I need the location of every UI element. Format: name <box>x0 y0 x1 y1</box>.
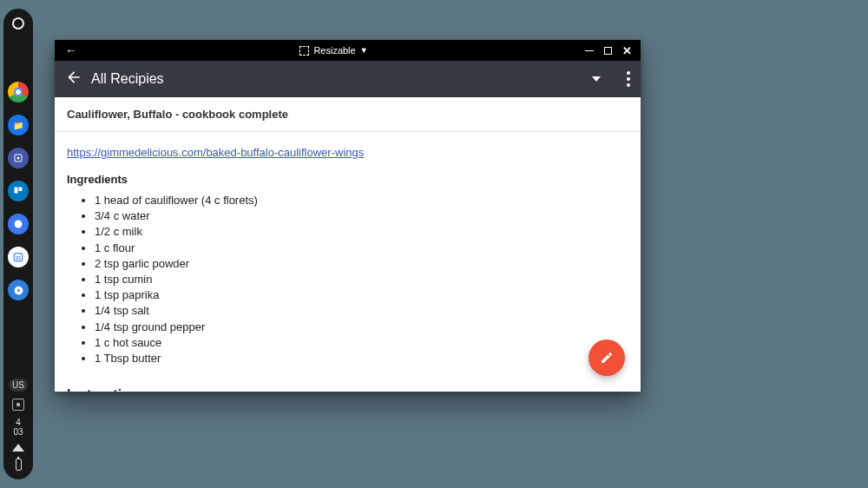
list-item: 1 head of cauliflower (4 c florets) <box>95 193 628 208</box>
recipe-title: Cauliflower, Buffalo - cookbook complete <box>55 97 641 132</box>
instructions-heading: Instructions <box>67 387 628 392</box>
recipe-content[interactable]: https://gimmedelicious.com/baked-buffalo… <box>55 132 641 392</box>
list-item: 1 tsp paprika <box>95 287 628 303</box>
ingredients-heading: Ingredients <box>67 173 628 186</box>
svg-point-1 <box>17 157 20 160</box>
edit-icon <box>600 351 614 365</box>
list-item: 1/4 tsp salt <box>95 303 628 319</box>
titlebar-label: Resizable <box>313 45 355 56</box>
trello-icon[interactable] <box>8 181 29 201</box>
clock-minute: 03 <box>13 427 23 437</box>
list-item: 1/2 c milk <box>95 224 628 240</box>
list-item: 1 c hot sauce <box>95 335 628 351</box>
svg-text:31: 31 <box>16 255 22 260</box>
wifi-icon[interactable] <box>12 444 24 452</box>
filter-dropdown-icon[interactable] <box>592 76 601 82</box>
shelf-status-tray[interactable]: US 4 03 <box>9 379 28 471</box>
ime-indicator[interactable]: US <box>9 379 28 392</box>
svg-rect-3 <box>19 188 23 192</box>
svg-point-4 <box>15 221 23 228</box>
list-item: 1 tsp cumin <box>95 272 628 287</box>
list-item: 2 tsp garlic powder <box>95 256 628 272</box>
window-controls: ✕ <box>585 44 635 57</box>
svg-rect-2 <box>15 188 18 194</box>
battery-icon[interactable] <box>16 458 22 471</box>
files-icon[interactable] <box>8 115 29 135</box>
titlebar-center[interactable]: Resizable ▼ <box>82 45 585 56</box>
back-button[interactable] <box>63 69 91 89</box>
titlebar-back-icon[interactable]: ← <box>60 43 82 57</box>
clock-hour: 4 <box>13 418 23 427</box>
music-icon[interactable] <box>8 280 29 300</box>
window-titlebar[interactable]: ← Resizable ▼ ✕ <box>55 40 641 61</box>
list-item: 1 Tbsp butter <box>95 351 628 366</box>
edit-fab[interactable] <box>589 340 625 376</box>
maximize-button[interactable] <box>604 47 612 55</box>
list-item: 1/4 tsp ground pepper <box>95 320 628 335</box>
notification-icon[interactable] <box>12 399 24 411</box>
launcher-icon[interactable] <box>12 17 24 30</box>
recipe-source-link[interactable]: https://gimmedelicious.com/baked-buffalo… <box>67 146 364 159</box>
list-item: 1 c flour <box>95 241 628 256</box>
chat-icon[interactable] <box>8 214 29 234</box>
chrome-icon[interactable] <box>8 82 29 102</box>
ingredients-list: 1 head of cauliflower (4 c florets) 3/4 … <box>67 193 628 366</box>
clock[interactable]: 4 03 <box>13 418 23 437</box>
app-action-bar: All Recipies <box>55 61 641 97</box>
chevron-down-icon: ▼ <box>360 46 368 55</box>
minimize-button[interactable] <box>585 50 594 51</box>
action-bar-title: All Recipies <box>91 71 592 87</box>
resize-icon <box>299 46 309 56</box>
calendar-icon[interactable]: 31 <box>8 247 29 267</box>
app-icon[interactable] <box>8 148 29 168</box>
shelf-app-icons: 31 <box>8 82 29 379</box>
more-menu-button[interactable] <box>625 66 632 92</box>
close-button[interactable]: ✕ <box>622 44 632 57</box>
chrome-os-shelf: 31 US 4 03 <box>3 9 33 479</box>
app-window: ← Resizable ▼ ✕ All Recipies Cauliflower… <box>55 40 641 392</box>
list-item: 3/4 c water <box>95 208 628 224</box>
